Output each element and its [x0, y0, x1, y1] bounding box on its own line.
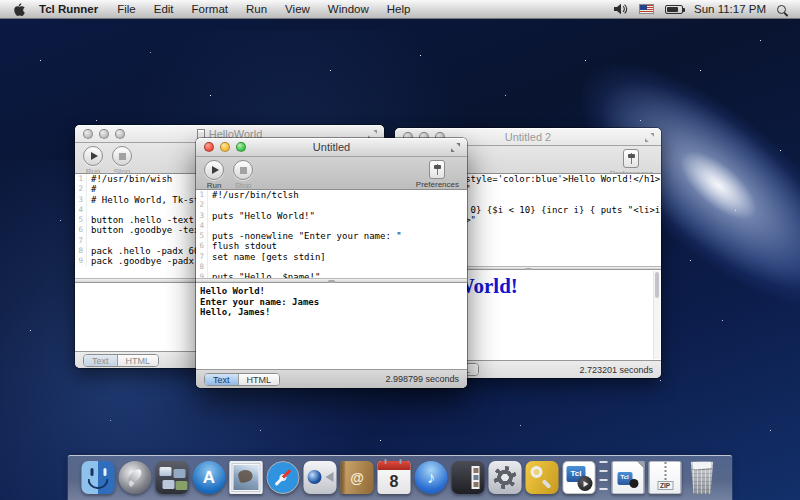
dock-tcl-runner-icon[interactable]: Tcl — [563, 461, 596, 494]
dock-mission-control-icon[interactable] — [156, 461, 189, 494]
bottom-bar: Text HTML 2.998799 seconds — [196, 369, 467, 388]
code-line: 4 — [196, 221, 467, 231]
dock-separator-icon[interactable] — [600, 461, 608, 494]
dock-tcl-document-icon[interactable]: Tcl — [612, 461, 645, 494]
battery-icon[interactable] — [665, 5, 683, 14]
run-button[interactable]: Run — [83, 146, 103, 176]
output-scrollbar[interactable] — [653, 271, 660, 359]
minimize-button[interactable] — [99, 129, 109, 139]
close-button[interactable] — [204, 142, 214, 152]
output-mode-tabs: Text HTML — [204, 373, 280, 386]
run-button[interactable]: Run — [204, 160, 224, 190]
titlebar-untitled[interactable]: Untitled — [196, 138, 467, 157]
window-controls — [83, 129, 125, 139]
dock-launchpad-icon[interactable] — [119, 461, 152, 494]
window-title: Untitled 2 — [505, 131, 551, 143]
close-button[interactable] — [83, 129, 93, 139]
output-line: Hello, James! — [200, 307, 463, 318]
spotlight-icon[interactable] — [777, 5, 786, 14]
menu-items: FileEditFormatRunViewWindowHelp — [108, 3, 419, 15]
output-line: Hello World! — [200, 286, 463, 297]
code-line: 5puts -nonewline "Enter your name: " — [196, 231, 467, 241]
play-icon — [212, 166, 219, 174]
menu-item[interactable]: Window — [319, 3, 378, 15]
stop-button[interactable]: Stop — [233, 160, 253, 190]
dock-system-preferences-icon[interactable] — [489, 461, 522, 494]
dock-facetime-icon[interactable] — [304, 461, 337, 494]
code-line: 1#!/usr/bin/tclsh — [196, 190, 467, 200]
dock-zip-archive-icon[interactable]: ZIP — [649, 461, 682, 494]
menu-item[interactable]: View — [276, 3, 319, 15]
elapsed-time: 2.723201 seconds — [579, 365, 653, 375]
tab-text[interactable]: Text — [84, 355, 117, 366]
dock-app-store-icon[interactable]: A — [193, 461, 226, 494]
code-line: 6flush stdout — [196, 241, 467, 251]
fullscreen-icon[interactable] — [644, 132, 655, 143]
elapsed-time: 2.998799 seconds — [385, 374, 459, 384]
stop-icon — [240, 167, 247, 174]
output-pane[interactable]: Hello World!Enter your name: JamesHello,… — [196, 283, 467, 369]
menu-item[interactable]: Run — [237, 3, 276, 15]
dock-address-book-icon[interactable]: @ — [341, 461, 374, 494]
code-line: 8 — [196, 262, 467, 272]
zoom-button[interactable] — [236, 142, 246, 152]
tab-html[interactable]: HTML — [238, 374, 280, 385]
dock-items: A — [82, 461, 719, 494]
menu-item[interactable]: Format — [183, 3, 237, 15]
minimize-button[interactable] — [220, 142, 230, 152]
menu-bar-clock[interactable]: Sun 11:17 PM — [694, 3, 766, 15]
window-untitled: Untitled Run Stop Preferences 1#!/usr/bi… — [196, 138, 467, 388]
code-editor[interactable]: 1#!/usr/bin/tclsh23puts "Hello World!"45… — [196, 190, 467, 278]
menu-bar-status: Sun 11:17 PM — [613, 3, 790, 15]
menu-item[interactable]: File — [108, 3, 145, 15]
input-source-flag-icon[interactable] — [639, 4, 654, 14]
tab-text[interactable]: Text — [205, 374, 238, 385]
output-mode-tabs: Text HTML — [83, 354, 159, 367]
menu-item[interactable]: Edit — [145, 3, 183, 15]
tab-html[interactable]: HTML — [117, 355, 159, 366]
dock-photo-booth-icon[interactable] — [452, 461, 485, 494]
menu-item[interactable]: Help — [378, 3, 420, 15]
stop-icon — [119, 153, 126, 160]
dock: A — [68, 455, 733, 500]
preferences-icon — [623, 149, 639, 168]
window-controls — [204, 142, 246, 152]
play-icon — [91, 152, 98, 160]
volume-icon[interactable] — [613, 3, 628, 15]
output-line: Enter your name: James — [200, 297, 463, 308]
menu-bar: Tcl Runner FileEditFormatRunViewWindowHe… — [0, 0, 800, 19]
dock-finder-icon[interactable] — [82, 461, 115, 494]
dock-ical-icon[interactable]: 8 — [378, 461, 411, 494]
code-line: 3puts "Hello World!" — [196, 211, 467, 221]
preferences-button[interactable]: Preferences — [416, 160, 459, 189]
dock-search-utility-icon[interactable] — [526, 461, 559, 494]
app-menu[interactable]: Tcl Runner — [29, 3, 108, 15]
preferences-icon — [429, 160, 445, 179]
dock-trash-icon[interactable] — [686, 461, 719, 494]
dock-mail-icon[interactable] — [230, 461, 263, 494]
code-line: 2 — [196, 200, 467, 210]
code-line: 7set name [gets stdin] — [196, 252, 467, 262]
dock-itunes-icon[interactable]: ♪ — [415, 461, 448, 494]
zoom-button[interactable] — [115, 129, 125, 139]
stop-button[interactable]: Stop — [112, 146, 132, 176]
window-title: Untitled — [313, 141, 350, 153]
apple-menu-icon[interactable] — [12, 2, 25, 16]
dock-safari-icon[interactable] — [267, 461, 300, 494]
fullscreen-icon[interactable] — [450, 142, 461, 153]
toolbar: Run Stop Preferences — [196, 157, 467, 190]
